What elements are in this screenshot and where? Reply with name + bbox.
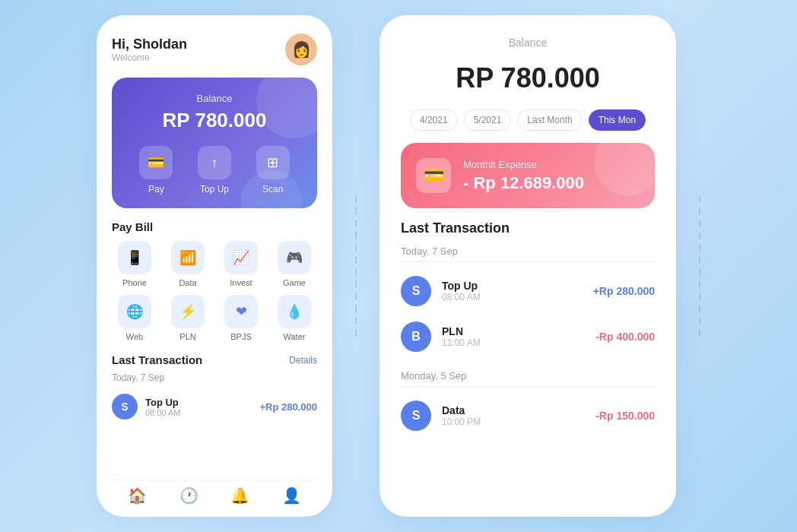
expense-amount: - Rp 12.689.000 bbox=[463, 173, 584, 193]
greeting-section: Hi, Sholdan Welcome bbox=[112, 36, 187, 63]
tab-this-month[interactable]: This Mon bbox=[589, 109, 646, 131]
balance-amount: RP 780.000 bbox=[127, 109, 302, 132]
web-icon: 🌐 bbox=[118, 295, 151, 328]
scan-button[interactable]: ⊞ Scan bbox=[256, 146, 290, 195]
detail-tx-section: Last Transaction Today, 7 Sep S Top Up 0… bbox=[401, 220, 655, 502]
detail-amount-data: -Rp 150.000 bbox=[595, 410, 655, 422]
bill-data[interactable]: 📶 Data bbox=[165, 241, 211, 287]
data-label: Data bbox=[179, 278, 196, 287]
bill-game[interactable]: 🎮 Game bbox=[271, 241, 317, 287]
detail-tx-pln: B PLN 11:00 AM -Rp 400.000 bbox=[401, 314, 655, 359]
detail-balance-amount: RP 780.000 bbox=[401, 62, 655, 94]
bill-water[interactable]: 💧 Water bbox=[271, 295, 317, 341]
topup-icon: ↑ bbox=[198, 146, 231, 179]
phone-label: Phone bbox=[122, 278, 147, 287]
detail-balance-label: Balance bbox=[401, 36, 655, 49]
scan-icon: ⊞ bbox=[256, 146, 290, 179]
detail-tx-data: S Data 10:00 PM -Rp 150.000 bbox=[401, 393, 655, 439]
bottom-nav: 🏠 🕐 🔔 👤 bbox=[112, 480, 317, 505]
welcome-text: Welcome bbox=[112, 52, 187, 63]
tx-date: Today, 7 Sep bbox=[112, 372, 317, 383]
avatar[interactable]: 👩 bbox=[285, 33, 317, 65]
date-group-monday: Monday, 5 Sep S Data 10:00 PM -Rp 150.00… bbox=[401, 370, 655, 439]
right-divider bbox=[699, 195, 700, 337]
pay-button[interactable]: 💳 Pay bbox=[139, 146, 173, 195]
balance-label: Balance bbox=[127, 93, 302, 104]
bill-grid: 📱 Phone 📶 Data 📈 Invest 🎮 Game 🌐 bbox=[112, 241, 317, 341]
game-label: Game bbox=[283, 278, 306, 287]
detail-tx-title: Last Transaction bbox=[401, 220, 655, 236]
tx-name-topup: Top Up bbox=[145, 397, 252, 408]
water-icon: 💧 bbox=[278, 295, 311, 328]
tab-last-month[interactable]: Last Month bbox=[517, 109, 582, 131]
detail-name-topup: Top Up bbox=[442, 280, 583, 292]
pln-icon: ⚡ bbox=[171, 295, 205, 328]
pay-bill-title: Pay Bill bbox=[112, 220, 317, 233]
expense-icon: 💳 bbox=[416, 158, 451, 193]
detail-time-pln: 11:00 AM bbox=[442, 337, 585, 348]
expense-info: Monthlt Expense - Rp 12.689.000 bbox=[463, 159, 584, 193]
bill-phone[interactable]: 📱 Phone bbox=[112, 241, 157, 287]
last-tx-title: Last Transaction bbox=[112, 353, 202, 366]
nav-notifications[interactable]: 🔔 bbox=[230, 486, 249, 505]
left-divider bbox=[355, 195, 357, 337]
detail-info-pln: PLN 11:00 AM bbox=[442, 325, 585, 348]
last-tx-header: Last Transaction Details bbox=[112, 353, 317, 366]
detail-amount-topup: +Rp 280.000 bbox=[593, 285, 655, 297]
game-icon: 🎮 bbox=[278, 241, 311, 274]
bill-invest[interactable]: 📈 Invest bbox=[218, 241, 264, 287]
invest-label: Invest bbox=[230, 278, 252, 287]
scan-label: Scan bbox=[262, 184, 283, 195]
detail-tx-topup: S Top Up 08:00 AM +Rp 280.000 bbox=[401, 268, 655, 314]
action-buttons: 💳 Pay ↑ Top Up ⊞ Scan bbox=[127, 146, 302, 195]
detail-avatar-s-data: S bbox=[401, 401, 431, 431]
topup-button[interactable]: ↑ Top Up bbox=[198, 146, 231, 195]
detail-avatar-b-pln: B bbox=[401, 321, 431, 352]
invest-icon: 📈 bbox=[224, 241, 258, 274]
bill-web[interactable]: 🌐 Web bbox=[112, 295, 157, 341]
date-group-today: Today, 7 Sep S Top Up 08:00 AM +Rp 280.0… bbox=[401, 245, 655, 359]
period-tabs: 4/2021 5/2021 Last Month This Mon bbox=[401, 109, 655, 131]
detail-time-topup: 08:00 AM bbox=[442, 292, 583, 302]
tx-item-topup: S Top Up 08:00 AM +Rp 280.000 bbox=[112, 388, 317, 426]
nav-profile[interactable]: 👤 bbox=[282, 486, 301, 505]
water-label: Water bbox=[284, 332, 306, 341]
detail-date-today: Today, 7 Sep bbox=[401, 245, 655, 262]
pay-icon: 💳 bbox=[139, 146, 173, 179]
detail-name-data: Data bbox=[442, 404, 585, 416]
greeting-text: Hi, Sholdan bbox=[112, 36, 187, 52]
expense-label: Monthlt Expense bbox=[463, 159, 584, 170]
details-link[interactable]: Details bbox=[289, 355, 317, 366]
detail-avatar-s-topup: S bbox=[401, 276, 431, 306]
balance-card: Balance RP 780.000 💳 Pay ↑ Top Up ⊞ Scan bbox=[112, 78, 317, 208]
bpjs-icon: ❤ bbox=[224, 295, 258, 328]
tx-time-topup: 08:00 AM bbox=[145, 408, 252, 417]
detail-name-pln: PLN bbox=[442, 325, 585, 337]
detail-info-data: Data 10:00 PM bbox=[442, 404, 585, 427]
pay-bill-section: Pay Bill 📱 Phone 📶 Data 📈 Invest 🎮 Game bbox=[112, 220, 317, 341]
topup-label: Top Up bbox=[200, 184, 229, 195]
detail-time-data: 10:00 PM bbox=[442, 416, 585, 427]
phone-icon: 📱 bbox=[118, 241, 151, 274]
detail-amount-pln: -Rp 400.000 bbox=[595, 331, 655, 343]
bill-pln[interactable]: ⚡ PLN bbox=[165, 295, 211, 341]
expense-card: 💳 Monthlt Expense - Rp 12.689.000 bbox=[401, 143, 655, 208]
nav-home[interactable]: 🏠 bbox=[128, 486, 147, 505]
web-label: Web bbox=[126, 332, 143, 341]
detail-info-topup: Top Up 08:00 AM bbox=[442, 280, 583, 302]
bpjs-label: BPJS bbox=[230, 332, 252, 341]
tx-info-topup: Top Up 08:00 AM bbox=[145, 397, 252, 417]
bill-bpjs[interactable]: ❤ BPJS bbox=[218, 295, 264, 341]
last-transaction-section: Last Transaction Details Today, 7 Sep S … bbox=[112, 353, 317, 426]
pln-label: PLN bbox=[179, 332, 195, 341]
tab-5-2021[interactable]: 5/2021 bbox=[464, 109, 512, 131]
data-icon: 📶 bbox=[171, 241, 205, 274]
phone-header: Hi, Sholdan Welcome 👩 bbox=[112, 33, 317, 65]
pay-label: Pay bbox=[148, 184, 164, 195]
nav-history[interactable]: 🕐 bbox=[179, 486, 198, 505]
tx-avatar-s: S bbox=[112, 394, 138, 420]
left-phone-card: Hi, Sholdan Welcome 👩 Balance RP 780.000… bbox=[97, 15, 332, 517]
detail-date-monday: Monday, 5 Sep bbox=[401, 370, 655, 387]
tx-amount-topup: +Rp 280.000 bbox=[259, 401, 317, 413]
tab-4-2021[interactable]: 4/2021 bbox=[410, 109, 458, 131]
